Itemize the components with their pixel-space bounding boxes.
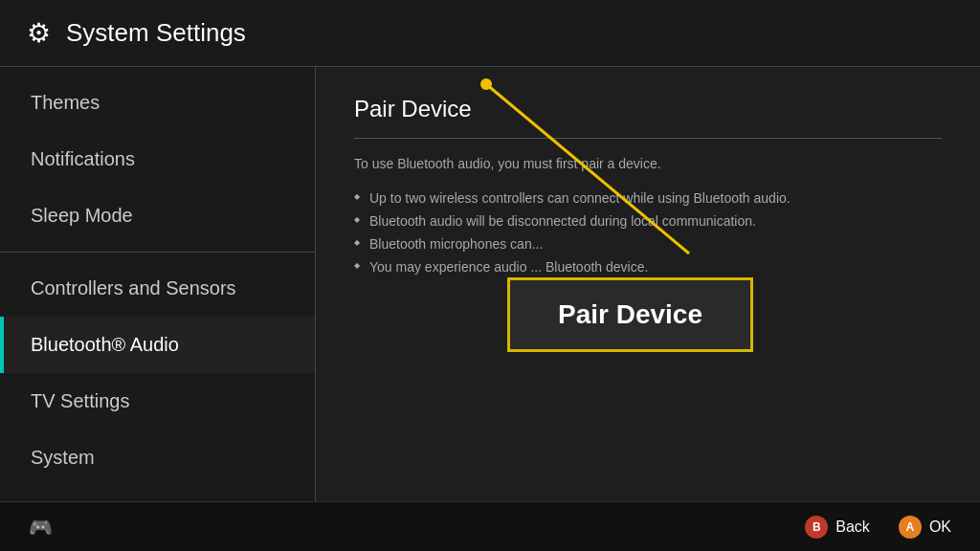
ok-button[interactable]: A OK xyxy=(899,516,951,539)
bullet-item-4: You may experience audio ... Bluetooth d… xyxy=(354,255,942,278)
pair-device-button[interactable]: Pair Device xyxy=(507,277,753,352)
a-button-icon: A xyxy=(899,516,922,539)
footer: 🎮 B Back A OK xyxy=(0,501,980,551)
sidebar-item-themes[interactable]: Themes xyxy=(0,75,315,131)
bullet-item-1: Up to two wireless controllers can conne… xyxy=(354,187,942,209)
bullet-item-2: Bluetooth audio will be disconnected dur… xyxy=(354,209,942,232)
settings-icon: ⚙ xyxy=(27,17,51,49)
sidebar-item-notifications[interactable]: Notifications xyxy=(0,131,315,187)
main-layout: Themes Notifications Sleep Mode Controll… xyxy=(0,67,980,501)
ok-label: OK xyxy=(929,518,951,536)
content-divider xyxy=(354,138,942,139)
page-title: System Settings xyxy=(66,18,246,48)
sidebar-item-sleep-mode[interactable]: Sleep Mode xyxy=(0,187,315,244)
console-icon: 🎮 xyxy=(29,516,53,539)
back-button[interactable]: B Back xyxy=(805,516,870,539)
content-area: Pair Device To use Bluetooth audio, you … xyxy=(316,67,980,501)
annotation-dot xyxy=(480,78,492,90)
sidebar: Themes Notifications Sleep Mode Controll… xyxy=(0,67,316,501)
back-label: Back xyxy=(835,518,870,536)
content-title: Pair Device xyxy=(354,96,942,122)
sidebar-item-tv-settings[interactable]: TV Settings xyxy=(0,373,315,430)
sidebar-divider xyxy=(0,252,315,253)
header: ⚙ System Settings xyxy=(0,0,980,67)
bullet-item-3: Bluetooth microphones can... xyxy=(354,232,942,255)
bullet-list: Up to two wireless controllers can conne… xyxy=(354,187,942,278)
sidebar-item-system[interactable]: System xyxy=(0,430,315,486)
sidebar-item-controllers[interactable]: Controllers and Sensors xyxy=(0,260,315,317)
sidebar-item-bluetooth-audio[interactable]: Bluetooth® Audio xyxy=(0,317,315,373)
b-button-icon: B xyxy=(805,516,828,539)
content-description: To use Bluetooth audio, you must first p… xyxy=(354,156,942,171)
